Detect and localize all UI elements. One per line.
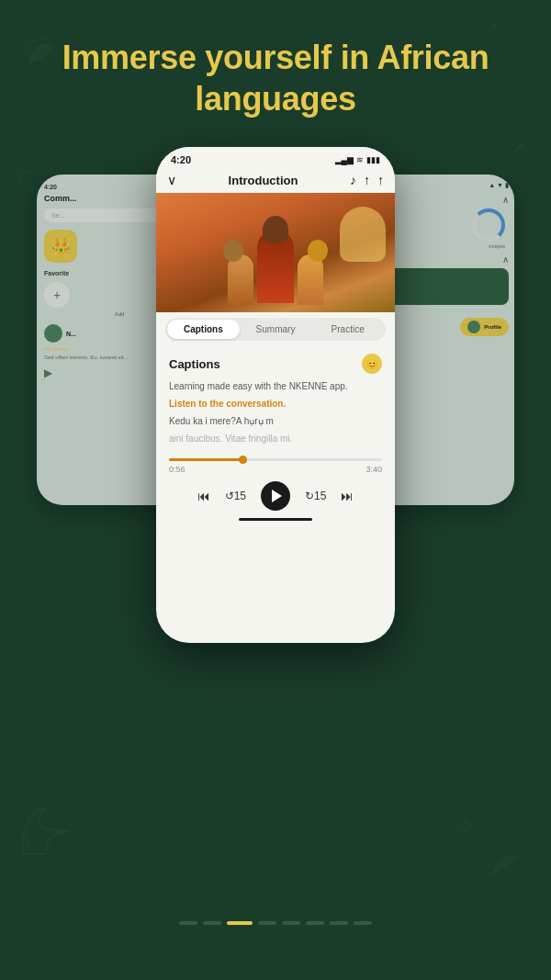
dot-3-active[interactable] — [227, 921, 253, 925]
battery-icon: ▮▮▮ — [366, 155, 380, 164]
main-time-total: 3:40 — [365, 465, 382, 474]
dot-4[interactable] — [258, 921, 276, 925]
caption-line2: Kedu ka i mere?A hụrụ m — [169, 414, 382, 428]
pagination-dots — [179, 921, 372, 925]
phones-container: 4:20 Comm... Se... 👑 Favorite + Add N...… — [37, 147, 514, 744]
left-user-name: N... — [66, 331, 76, 337]
main-audio-player: 0:56 3:40 ⏮ ↺15 ↻15 ⏭ — [156, 453, 395, 530]
dot-2[interactable] — [203, 921, 221, 925]
main-status-icons: ▂▄▆ ≋ ▮▮▮ — [335, 155, 380, 164]
main-time-row: 0:56 3:40 — [169, 465, 382, 474]
phone-main: 4:20 ▂▄▆ ≋ ▮▮▮ ∨ Introduction ♪ ↑ ↑ — [156, 147, 395, 643]
svg-point-0 — [491, 23, 497, 28]
dot-6[interactable] — [306, 921, 324, 925]
right-profile-avatar — [467, 321, 480, 333]
dot-1[interactable] — [179, 921, 197, 925]
home-indicator — [239, 518, 312, 521]
tab-captions[interactable]: Captions — [167, 320, 240, 339]
signal-icon: ▂▄▆ — [335, 155, 354, 164]
svg-point-1 — [503, 30, 507, 34]
left-play-icon[interactable]: ▶ — [44, 366, 52, 379]
right-concepts-label: ncepts — [489, 243, 505, 249]
skip-back-icon[interactable]: ⏮ — [197, 489, 210, 503]
dot-8[interactable] — [354, 921, 372, 925]
main-section-title: Captions 😊 — [169, 354, 382, 374]
main-status-bar: 4:20 ▂▄▆ ≋ ▮▮▮ — [156, 147, 395, 169]
back-chevron-icon[interactable]: ∨ — [167, 173, 176, 187]
left-user-avatar — [44, 324, 62, 343]
svg-point-2 — [462, 822, 469, 829]
section-emoji-icon: 😊 — [362, 354, 382, 374]
play-triangle-icon — [272, 490, 282, 502]
hero-section: Immerse yourself in African languages — [0, 37, 551, 119]
main-video-image — [156, 193, 395, 312]
download-icon[interactable]: ↑ — [377, 173, 384, 187]
rewind-icon[interactable]: ↺15 — [225, 490, 246, 502]
main-progress-fill — [169, 458, 243, 461]
main-content-area: Captions 😊 Learning made easy with the N… — [156, 346, 395, 453]
caption-line1: Learning made easy with the NKENNE app. — [169, 379, 382, 393]
share-icon[interactable]: ↑ — [364, 173, 370, 187]
tab-practice[interactable]: Practice — [311, 320, 384, 339]
main-nav-title: Introduction — [229, 174, 298, 187]
left-icon-box: 👑 — [44, 230, 77, 263]
right-profile-label: Profile — [484, 324, 501, 330]
caption-fade-line: aini faucibus. Vitae fringilla mi. — [169, 432, 382, 445]
main-tab-bar: Captions Summary Practice — [165, 318, 386, 341]
deco-mid-left — [14, 165, 32, 188]
wifi-icon: ≋ — [356, 155, 364, 164]
dot-5[interactable] — [282, 921, 300, 925]
main-video-thumbnail — [156, 193, 395, 312]
main-status-time: 4:20 — [171, 154, 191, 165]
dot-7[interactable] — [330, 921, 348, 925]
main-time-current: 0:56 — [169, 465, 186, 474]
left-add-button[interactable]: + — [44, 282, 70, 308]
main-player-controls: ⏮ ↺15 ↻15 ⏭ — [169, 481, 382, 511]
captions-label: Captions — [169, 357, 220, 371]
tab-summary[interactable]: Summary — [240, 320, 312, 339]
deco-bottom-right2 — [455, 815, 478, 842]
main-nav-icons: ♪ ↑ ↑ — [350, 173, 384, 187]
right-donut-chart — [472, 208, 505, 242]
forward-icon[interactable]: ↻15 — [305, 490, 326, 502]
play-button[interactable] — [261, 481, 290, 511]
skip-forward-icon[interactable]: ⏭ — [341, 489, 354, 503]
main-nav-bar: ∨ Introduction ♪ ↑ ↑ — [156, 169, 395, 193]
deco-bottom-right — [487, 844, 523, 888]
right-profile-button[interactable]: Profile — [460, 318, 509, 336]
caption-highlight-line: Listen to the conversation. — [169, 397, 382, 411]
main-progress-bar[interactable] — [169, 458, 382, 461]
main-progress-dot — [239, 456, 247, 464]
deco-bottom-left — [18, 804, 73, 870]
hero-title: Immerse yourself in African languages — [37, 37, 514, 119]
speaker-icon[interactable]: ♪ — [350, 173, 356, 187]
